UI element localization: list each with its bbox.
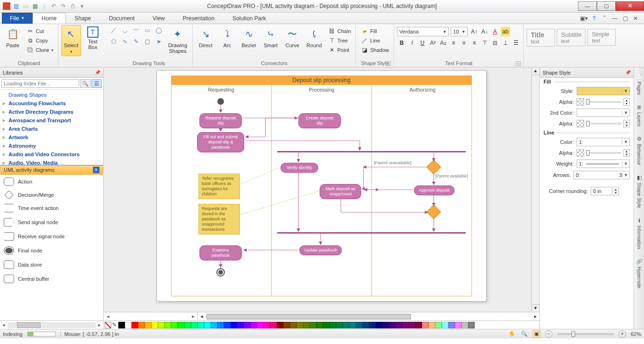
connector-curve-button[interactable]: 〜Curve [282,25,302,50]
color-swatch[interactable] [191,322,198,328]
color-swatch[interactable] [422,322,429,328]
color-swatch[interactable] [316,322,323,328]
fill-button[interactable]: ▰Fill [359,27,391,35]
sidetab-hypernote[interactable]: 🔗Hypernote [635,254,644,293]
pin-icon[interactable]: 📌 [95,70,100,75]
color-swatch[interactable] [257,322,264,328]
color-swatch[interactable] [323,322,330,328]
node-request[interactable]: Request deposit slip [199,113,242,128]
color-swatch[interactable] [343,322,349,328]
sidetab-shapestyle[interactable]: ◧Shape Style [635,170,643,212]
connector-arc-button[interactable]: ⤵Arc [217,25,237,50]
corner-rounding-input[interactable]: 0 in▴▾ [591,187,619,195]
color-swatch[interactable] [217,322,224,328]
shape-time[interactable]: Time event action [0,201,103,215]
underline-button[interactable]: U [418,38,427,48]
drawing-shapes-button[interactable]: ✦ Drawing Shapes [166,25,190,55]
chain-button[interactable]: ⛓Chain [326,27,353,35]
join-bar-1[interactable] [277,232,466,234]
tool-poly-icon[interactable]: ⬠ [108,36,119,47]
app-max-icon[interactable]: ▢ [621,15,629,22]
tab-solutionpark[interactable]: Solution Park [223,13,275,24]
color-swatch[interactable] [118,322,125,328]
node-mark[interactable]: Mark deposit as unapproved [320,184,361,199]
library-tree[interactable]: Drawing Shapes Accounting Flowcharts Act… [0,90,103,165]
color-swatch[interactable] [237,322,244,328]
sheet-tabs[interactable]: ◂▸ [104,312,198,320]
alpha-spinner[interactable]: ▴▾ [623,98,630,106]
tool-arrow-icon[interactable]: ➤ [154,36,164,47]
window-list-icon[interactable]: ▣▾ [580,15,587,22]
zoom-out-button[interactable]: − [545,330,553,338]
color-swatch[interactable] [211,322,217,328]
color-swatch[interactable] [151,322,158,328]
tree-item[interactable]: Active Directory Diagrams [2,108,101,116]
font-color-icon[interactable]: A [490,27,500,36]
node-examine[interactable]: Examine passbook [199,245,242,260]
color-swatch[interactable] [356,322,363,328]
color-swatch[interactable] [283,322,290,328]
tree-item[interactable]: Drawing Shapes [2,91,101,99]
fit-page-icon[interactable]: ▣ [533,330,540,338]
shape-decision[interactable]: Decision/Merge [0,189,103,201]
final-node[interactable] [216,268,225,277]
color-swatch[interactable] [310,322,316,328]
collapse-ribbon-icon[interactable]: ˄ [601,15,608,22]
color-swatch[interactable] [303,322,310,328]
align-right-button[interactable]: ≡ [470,38,479,48]
library-search-input[interactable] [1,79,79,88]
paste-button[interactable]: 📋 Paste [3,25,23,50]
tool-rect-icon[interactable]: ▭ [142,25,153,35]
tree-item[interactable]: Astronomy [2,142,101,150]
color-swatch[interactable] [264,322,270,328]
tree-item[interactable]: Accounting Flowcharts [2,99,101,108]
tool-arc-icon[interactable]: ◡ [120,25,130,35]
note-requests[interactable]: Requests are stored in the passbook as u… [198,204,240,235]
second-color-select[interactable]: ▼ [577,109,630,117]
connector-smart-button[interactable]: ⤷Smart [261,25,281,50]
shape-receive[interactable]: Receive signal node [0,229,103,243]
tab-document[interactable]: Document [100,13,144,24]
arrows-select[interactable]: 0: 3▼ [573,171,630,179]
page[interactable]: Deposit slip processing Requesting Proce… [157,70,487,302]
valign-top-button[interactable]: ⊤ [480,38,489,48]
zoom-slider[interactable] [557,333,614,335]
minimize-button[interactable]: — [578,1,597,11]
valign-middle-button[interactable]: ⊟ [490,38,500,48]
shape-action[interactable]: Action [0,175,103,189]
color-swatch[interactable] [178,322,184,328]
tree-item[interactable]: Aerospace and Transport [2,116,101,125]
line-button[interactable]: ／Line [359,36,391,45]
style-title[interactable]: Titletext [527,29,555,47]
font-select[interactable]: Verdana▼ [397,27,449,36]
cut-button[interactable]: ✂Cut [25,27,55,35]
file-tab[interactable]: File▼ [2,13,33,24]
line-alpha-spinner[interactable]: ▴▾ [623,149,630,157]
superscript-button[interactable]: A² [428,38,438,48]
color-swatch[interactable] [376,322,382,328]
color-swatch[interactable] [330,322,336,328]
qat-print-icon[interactable]: ⎙ [69,2,76,10]
sidetab-information[interactable]: ℹInformation [635,213,643,253]
line-weight-select[interactable]: 1:▼ [577,159,630,168]
textbox-button[interactable]: T Text Box [83,25,103,51]
color-swatch[interactable] [250,322,257,328]
qat-new-icon[interactable]: ▥ [12,2,20,10]
color-swatch[interactable] [435,322,442,328]
color-swatch[interactable] [290,322,297,328]
point-button[interactable]: ✕Point [326,46,353,54]
color-swatch[interactable] [204,322,211,328]
drawing-canvas[interactable]: Deposit slip processing Requesting Proce… [104,67,539,312]
color-swatch[interactable] [297,322,303,328]
color-swatch[interactable] [198,322,204,328]
copy-button[interactable]: ⧉Copy [25,36,55,45]
align-left-button[interactable]: ≡ [449,38,458,48]
shrink-font-icon[interactable]: A↓ [480,27,489,36]
italic-button[interactable]: I [407,38,417,48]
tree-button[interactable]: ⊤Tree [326,36,353,45]
libs-hscroll[interactable]: ◂▸ [0,320,103,329]
nocolor-icon[interactable] [105,322,111,328]
textformat-dialog-icon[interactable]: ↘ [516,61,520,66]
color-swatch[interactable] [369,322,376,328]
search-button[interactable]: 🔍 [80,79,91,88]
